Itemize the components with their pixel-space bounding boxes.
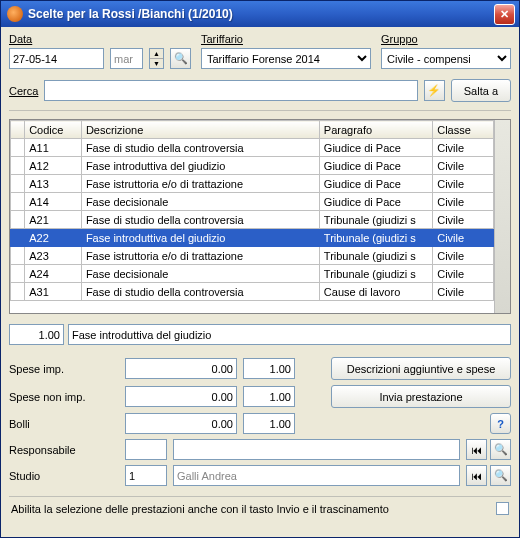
- table-row[interactable]: A24Fase decisionaleTribunale (giudizi sC…: [11, 265, 494, 283]
- gruppo-label: Gruppo: [381, 33, 511, 45]
- cell-codice: A22: [25, 229, 82, 247]
- cell-classe: Civile: [433, 193, 494, 211]
- search-icon: 🔍: [174, 52, 188, 65]
- row-handle[interactable]: [11, 175, 25, 193]
- salta-a-button[interactable]: Salta a: [451, 79, 511, 102]
- col-codice[interactable]: Codice: [25, 121, 82, 139]
- cell-classe: Civile: [433, 265, 494, 283]
- responsabile-label: Responsabile: [9, 444, 119, 456]
- cell-classe: Civile: [433, 283, 494, 301]
- table-row[interactable]: A12Fase introduttiva del giudizioGiudice…: [11, 157, 494, 175]
- spin-up-icon[interactable]: ▲: [150, 49, 163, 59]
- responsabile-clear-button[interactable]: ⏮: [466, 439, 487, 460]
- table-row[interactable]: A22Fase introduttiva del giudizioTribuna…: [11, 229, 494, 247]
- footer-checkbox[interactable]: [496, 502, 509, 515]
- question-icon: ?: [497, 418, 504, 430]
- cell-classe: Civile: [433, 139, 494, 157]
- cell-paragrafo: Giudice di Pace: [319, 139, 432, 157]
- help-button[interactable]: ?: [490, 413, 511, 434]
- cell-descrizione: Fase istruttoria e/o di trattazione: [81, 247, 319, 265]
- prestazioni-grid[interactable]: Codice Descrizione Paragrafo Classe A11F…: [9, 119, 511, 314]
- search-icon: 🔍: [494, 443, 508, 456]
- invia-button[interactable]: Invia prestazione: [331, 385, 511, 408]
- cell-codice: A31: [25, 283, 82, 301]
- cell-paragrafo: Tribunale (giudizi s: [319, 247, 432, 265]
- cell-classe: Civile: [433, 247, 494, 265]
- cell-codice: A12: [25, 157, 82, 175]
- spin-down-icon[interactable]: ▼: [150, 59, 163, 68]
- studio-label: Studio: [9, 470, 119, 482]
- studio-name-input: [173, 465, 460, 486]
- cell-paragrafo: Tribunale (giudizi s: [319, 265, 432, 283]
- gruppo-select[interactable]: Civile - compensi: [381, 48, 511, 69]
- cell-descrizione: Fase decisionale: [81, 265, 319, 283]
- vertical-scrollbar[interactable]: [494, 120, 510, 313]
- responsabile-code-input[interactable]: [125, 439, 167, 460]
- row-handle[interactable]: [11, 265, 25, 283]
- bolli-label: Bolli: [9, 418, 119, 430]
- col-classe[interactable]: Classe: [433, 121, 494, 139]
- cell-classe: Civile: [433, 175, 494, 193]
- cell-classe: Civile: [433, 211, 494, 229]
- responsabile-name-input: [173, 439, 460, 460]
- row-handle[interactable]: [11, 139, 25, 157]
- cell-paragrafo: Cause di lavoro: [319, 283, 432, 301]
- spese-non-imp-mul-input[interactable]: [243, 386, 295, 407]
- bolli-input[interactable]: [125, 413, 237, 434]
- cell-codice: A13: [25, 175, 82, 193]
- table-row[interactable]: A21Fase di studio della controversiaTrib…: [11, 211, 494, 229]
- row-handle[interactable]: [11, 157, 25, 175]
- cerca-label: Cerca: [9, 85, 38, 97]
- studio-lookup-button[interactable]: 🔍: [490, 465, 511, 486]
- spese-imp-input[interactable]: [125, 358, 237, 379]
- cell-descrizione: Fase di studio della controversia: [81, 139, 319, 157]
- table-row[interactable]: A23Fase istruttoria e/o di trattazioneTr…: [11, 247, 494, 265]
- qty-input[interactable]: [9, 324, 64, 345]
- footer-checkbox-label: Abilita la selezione delle prestazioni a…: [11, 503, 488, 515]
- col-descrizione[interactable]: Descrizione: [81, 121, 319, 139]
- row-handle[interactable]: [11, 247, 25, 265]
- cell-descrizione: Fase istruttoria e/o di trattazione: [81, 175, 319, 193]
- row-handle[interactable]: [11, 283, 25, 301]
- search-icon: 🔍: [494, 469, 508, 482]
- table-row[interactable]: A11Fase di studio della controversiaGiud…: [11, 139, 494, 157]
- cell-paragrafo: Tribunale (giudizi s: [319, 211, 432, 229]
- app-icon: [7, 6, 23, 22]
- col-paragrafo[interactable]: Paragrafo: [319, 121, 432, 139]
- cell-codice: A21: [25, 211, 82, 229]
- row-handle[interactable]: [11, 211, 25, 229]
- date-lookup-button[interactable]: 🔍: [170, 48, 191, 69]
- descrizioni-button[interactable]: Descrizioni aggiuntive e spese: [331, 357, 511, 380]
- spese-imp-mul-input[interactable]: [243, 358, 295, 379]
- spese-non-imp-input[interactable]: [125, 386, 237, 407]
- date-spinner[interactable]: ▲▼: [149, 48, 164, 69]
- row-handle[interactable]: [11, 193, 25, 211]
- cell-paragrafo: Tribunale (giudizi s: [319, 229, 432, 247]
- cell-paragrafo: Giudice di Pace: [319, 175, 432, 193]
- cell-descrizione: Fase introduttiva del giudizio: [81, 157, 319, 175]
- flash-button[interactable]: ⚡: [424, 80, 445, 101]
- studio-code-input[interactable]: [125, 465, 167, 486]
- studio-clear-button[interactable]: ⏮: [466, 465, 487, 486]
- close-button[interactable]: ✕: [494, 4, 515, 25]
- cell-codice: A11: [25, 139, 82, 157]
- table-row[interactable]: A31Fase di studio della controversiaCaus…: [11, 283, 494, 301]
- responsabile-lookup-button[interactable]: 🔍: [490, 439, 511, 460]
- row-handle[interactable]: [11, 229, 25, 247]
- cell-descrizione: Fase di studio della controversia: [81, 211, 319, 229]
- spese-imp-label: Spese imp.: [9, 363, 119, 375]
- data-label: Data: [9, 33, 191, 45]
- window-title: Scelte per la Rossi /Bianchi (1/2010): [28, 7, 494, 21]
- rewind-icon: ⏮: [471, 444, 482, 456]
- table-row[interactable]: A13Fase istruttoria e/o di trattazioneGi…: [11, 175, 494, 193]
- search-input[interactable]: [44, 80, 417, 101]
- table-row[interactable]: A14Fase decisionaleGiudice di PaceCivile: [11, 193, 494, 211]
- cell-paragrafo: Giudice di Pace: [319, 193, 432, 211]
- lightning-icon: ⚡: [427, 84, 441, 97]
- tariffario-select[interactable]: Tariffario Forense 2014: [201, 48, 371, 69]
- cell-descrizione: Fase introduttiva del giudizio: [81, 229, 319, 247]
- selected-desc-input[interactable]: [68, 324, 511, 345]
- cell-codice: A14: [25, 193, 82, 211]
- data-input[interactable]: [9, 48, 104, 69]
- bolli-mul-input[interactable]: [243, 413, 295, 434]
